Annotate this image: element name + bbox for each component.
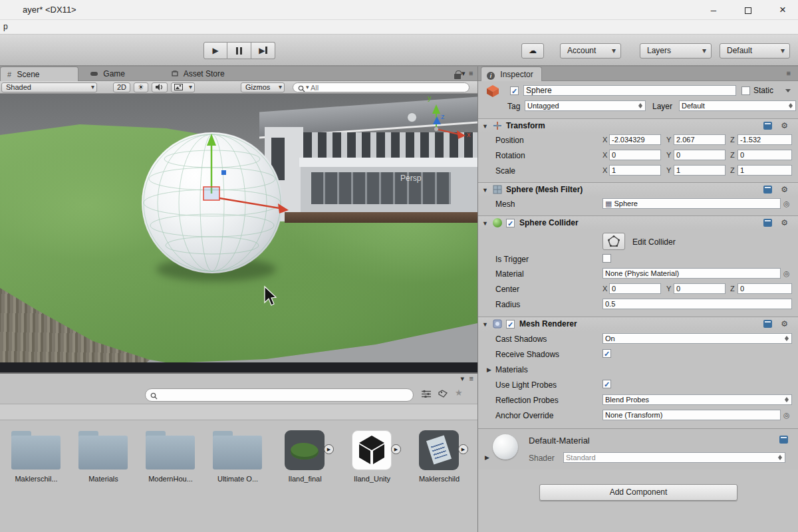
effects-dropdown[interactable]: ▾ bbox=[171, 82, 195, 92]
pause-button[interactable] bbox=[227, 42, 251, 59]
gizmos-dropdown[interactable]: Gizmos ▾ bbox=[241, 82, 285, 92]
transform-header[interactable]: ▼ Transform ⚙ bbox=[478, 118, 798, 132]
foldout-closed-icon[interactable]: ▶ bbox=[487, 366, 491, 373]
is-trigger-checkbox[interactable] bbox=[602, 254, 611, 263]
tab-scene[interactable]: # Scene bbox=[0, 66, 78, 81]
anchor-override-field[interactable]: None (Transform) bbox=[602, 410, 781, 420]
maximize-button[interactable] bbox=[733, 0, 763, 20]
edit-collider-button[interactable] bbox=[602, 233, 625, 250]
list-item[interactable]: Maklerschil... bbox=[5, 428, 67, 532]
preview-badge[interactable]: ▶ bbox=[458, 444, 468, 454]
minimize-button[interactable]: – bbox=[698, 0, 729, 20]
cast-shadows-dropdown[interactable]: On bbox=[602, 333, 792, 344]
play-button[interactable]: ▶ bbox=[203, 42, 227, 59]
lock-icon[interactable] bbox=[454, 74, 461, 79]
tab-game[interactable]: Game bbox=[84, 66, 132, 81]
active-checkbox[interactable]: ✓ bbox=[510, 86, 519, 95]
object-picker-icon[interactable]: ◎ bbox=[783, 269, 790, 278]
static-flags-caret-icon[interactable] bbox=[785, 89, 791, 92]
radius-field[interactable]: 0.5 bbox=[602, 299, 792, 309]
help-book-icon[interactable] bbox=[763, 186, 772, 194]
perspective-label[interactable]: Persp bbox=[400, 174, 421, 183]
collider-enabled-checkbox[interactable]: ✓ bbox=[506, 219, 515, 227]
center-y-field[interactable]: 0 bbox=[674, 283, 726, 294]
renderer-enabled-checkbox[interactable]: ✓ bbox=[506, 320, 515, 329]
layers-dropdown[interactable]: Layers ▾ bbox=[640, 43, 712, 59]
close-button[interactable]: × bbox=[767, 0, 798, 20]
foldout-closed-icon[interactable]: ▶ bbox=[485, 454, 489, 461]
physic-material-field[interactable]: None (Physic Material) bbox=[602, 268, 781, 279]
tab-asset-store[interactable]: Asset Store bbox=[165, 66, 231, 81]
scale-x-field[interactable]: 1 bbox=[609, 165, 661, 176]
gear-icon[interactable]: ⚙ bbox=[781, 186, 788, 194]
shader-dropdown[interactable]: Standard bbox=[563, 452, 785, 463]
rotation-z-field[interactable]: 0 bbox=[737, 150, 792, 160]
preview-badge[interactable]: ▶ bbox=[391, 444, 401, 454]
scale-y-field[interactable]: 1 bbox=[674, 165, 726, 176]
gear-icon[interactable]: ⚙ bbox=[781, 219, 788, 227]
2d-toggle[interactable]: 2D bbox=[113, 82, 130, 92]
step-button[interactable]: ▶ bbox=[251, 42, 275, 59]
panel-caret-icon[interactable]: ▾ bbox=[462, 69, 466, 78]
rotation-x-field[interactable]: 0 bbox=[609, 150, 661, 160]
audio-toggle[interactable] bbox=[152, 82, 168, 92]
materials-row[interactable]: ▶ Materials bbox=[478, 364, 798, 377]
foldout-open-icon[interactable]: ▼ bbox=[482, 220, 488, 227]
panel-menu-icon[interactable]: ≡ bbox=[469, 374, 473, 382]
help-book-icon[interactable] bbox=[763, 219, 772, 227]
list-item[interactable]: ▶ Maklerschild bbox=[408, 428, 470, 532]
center-x-field[interactable]: 0 bbox=[609, 283, 661, 294]
panel-menu-icon[interactable]: ≡ bbox=[787, 69, 791, 77]
foldout-open-icon[interactable]: ▼ bbox=[482, 321, 488, 328]
account-dropdown[interactable]: Account ▾ bbox=[560, 43, 621, 59]
mesh-renderer-header[interactable]: ▼ ✓ Mesh Renderer ⚙ bbox=[478, 317, 798, 331]
draw-mode-dropdown[interactable]: Shaded ▾ bbox=[1, 82, 97, 92]
menu-item-partial[interactable]: p bbox=[3, 22, 8, 31]
panel-caret-icon[interactable]: ▾ bbox=[460, 374, 464, 383]
scene-search-input[interactable]: ▾ All bbox=[293, 82, 469, 92]
layer-dropdown[interactable]: Default bbox=[679, 100, 796, 111]
preview-badge[interactable]: ▶ bbox=[324, 444, 334, 454]
position-y-field[interactable]: 2.067 bbox=[674, 134, 726, 145]
scene-viewport[interactable]: y z x Persp bbox=[0, 94, 477, 372]
panel-menu-icon[interactable]: ≡ bbox=[469, 69, 473, 77]
tab-inspector[interactable]: i Inspector bbox=[481, 66, 542, 81]
mesh-object-field[interactable]: ▦ Sphere bbox=[602, 198, 781, 209]
foldout-open-icon[interactable]: ▼ bbox=[482, 187, 488, 194]
object-picker-icon[interactable]: ◎ bbox=[783, 200, 790, 208]
receive-shadows-checkbox[interactable]: ✓ bbox=[602, 349, 611, 358]
light-probes-checkbox[interactable]: ✓ bbox=[602, 380, 611, 388]
list-item[interactable]: ▶ Iland_final bbox=[274, 428, 336, 532]
scale-z-field[interactable]: 1 bbox=[737, 165, 792, 176]
static-checkbox[interactable] bbox=[741, 86, 750, 95]
sphere-collider-header[interactable]: ▼ ✓ Sphere Collider ⚙ bbox=[478, 215, 798, 229]
lighting-toggle[interactable]: ☀ bbox=[134, 82, 148, 92]
gear-icon[interactable]: ⚙ bbox=[781, 320, 788, 328]
cloud-services-button[interactable]: ☁ bbox=[521, 43, 544, 59]
tag-dropdown[interactable]: Untagged bbox=[525, 100, 646, 111]
object-name-input[interactable]: Sphere bbox=[523, 85, 736, 96]
help-book-icon[interactable] bbox=[763, 320, 772, 328]
center-z-field[interactable]: 0 bbox=[737, 283, 792, 294]
layout-dropdown[interactable]: Default ▾ bbox=[720, 43, 790, 59]
list-item[interactable]: ModernHou... bbox=[140, 428, 201, 532]
position-z-field[interactable]: -1.532 bbox=[737, 134, 792, 145]
favorites-star-icon[interactable]: ★ bbox=[455, 388, 463, 398]
help-book-icon[interactable] bbox=[779, 436, 788, 444]
gear-icon[interactable]: ⚙ bbox=[781, 122, 788, 130]
search-by-type-icon[interactable] bbox=[422, 390, 431, 400]
mesh-filter-header[interactable]: ▼ Sphere (Mesh Filter) ⚙ bbox=[478, 182, 798, 196]
list-item[interactable]: Ultimate O... bbox=[207, 428, 269, 532]
help-book-icon[interactable] bbox=[763, 122, 772, 130]
object-picker-icon[interactable]: ◎ bbox=[783, 411, 790, 420]
search-by-label-icon[interactable] bbox=[438, 390, 448, 400]
add-component-button[interactable]: Add Component bbox=[539, 484, 737, 501]
project-search-input[interactable] bbox=[145, 388, 414, 402]
list-item[interactable]: Materials bbox=[72, 428, 134, 532]
foldout-open-icon[interactable]: ▼ bbox=[482, 123, 488, 130]
list-item[interactable]: ▶ Iland_Unity bbox=[341, 428, 403, 532]
rotation-y-field[interactable]: 0 bbox=[674, 150, 726, 160]
position-x-field[interactable]: -2.034329 bbox=[609, 134, 661, 145]
reflection-probes-dropdown[interactable]: Blend Probes bbox=[602, 394, 792, 405]
project-breadcrumb[interactable] bbox=[0, 404, 477, 420]
